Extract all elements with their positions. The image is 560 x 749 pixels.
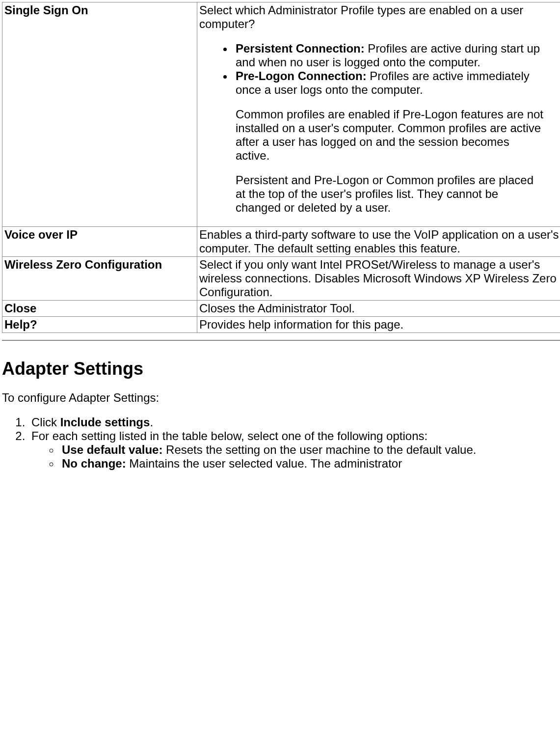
opt-nochange-text: Maintains the user selected value. The a… (126, 457, 402, 470)
adapter-settings-heading: Adapter Settings (2, 359, 560, 379)
step2-text: For each setting listed in the table bel… (31, 429, 427, 443)
opt-default-text: Resets the setting on the user machine t… (162, 443, 476, 456)
table-row-close: Close Closes the Administrator Tool. (2, 301, 560, 317)
row-label: Close (2, 301, 197, 317)
opt-nochange-term: No change: (62, 457, 126, 470)
step-1: Click Include settings. (28, 416, 560, 429)
step-2: For each setting listed in the table bel… (28, 429, 560, 471)
row-label: Wireless Zero Configuration (2, 257, 197, 301)
sso-para-common: Common profiles are enabled if Pre-Logon… (236, 108, 545, 163)
adapter-settings-steps: Click Include settings. For each setting… (2, 416, 560, 471)
row-desc: Closes the Administrator Tool. (197, 301, 560, 317)
row-label: Voice over IP (2, 227, 197, 257)
table-row-help: Help? Provides help information for this… (2, 317, 560, 333)
row-desc: Select which Administrator Profile types… (197, 2, 560, 227)
sso-intro: Select which Administrator Profile types… (199, 3, 523, 30)
row-label: Help? (2, 317, 197, 333)
sso-para-persistent: Persistent and Pre-Logon or Common profi… (236, 173, 545, 215)
option-nochange: No change: Maintains the user selected v… (60, 457, 560, 471)
row-desc: Select if you only want Intel PROSet/Wir… (197, 257, 560, 301)
sso-prelogon-term: Pre-Logon Connection: (236, 69, 367, 83)
adapter-settings-intro: To configure Adapter Settings: (2, 391, 560, 405)
sso-persistent-term: Persistent Connection: (236, 42, 365, 55)
opt-default-term: Use default value: (62, 443, 162, 456)
sso-bullet-list: Persistent Connection: Profiles are acti… (199, 42, 560, 215)
sso-bullet-prelogon: Pre-Logon Connection: Profiles are activ… (234, 69, 560, 215)
step1-post: . (150, 416, 153, 429)
table-row-wzc: Wireless Zero Configuration Select if yo… (2, 257, 560, 301)
section-divider (2, 340, 560, 341)
step2-options: Use default value: Resets the setting on… (31, 443, 560, 471)
step1-bold: Include settings (60, 416, 150, 429)
row-desc: Provides help information for this page. (197, 317, 560, 333)
row-desc: Enables a third-party software to use th… (197, 227, 560, 257)
row-label: Single Sign On (2, 2, 197, 227)
step1-pre: Click (31, 416, 60, 429)
table-row-voip: Voice over IP Enables a third-party soft… (2, 227, 560, 257)
table-row-sso: Single Sign On Select which Administrato… (2, 2, 560, 227)
sso-bullet-persistent: Persistent Connection: Profiles are acti… (234, 42, 560, 69)
settings-table: Single Sign On Select which Administrato… (2, 2, 560, 333)
option-default: Use default value: Resets the setting on… (60, 443, 560, 457)
